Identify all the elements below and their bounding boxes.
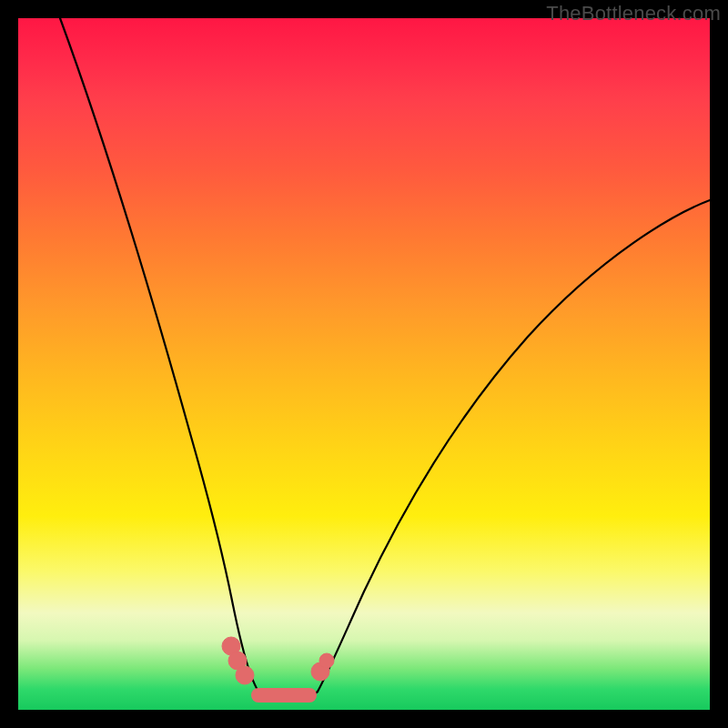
right-branch-curve (318, 200, 710, 692)
curves-svg (18, 18, 710, 710)
left-branch-curve (60, 18, 258, 690)
marker-right-2 (319, 653, 334, 668)
marker-left-3 (236, 666, 254, 684)
valley-floor-marker (251, 688, 317, 703)
